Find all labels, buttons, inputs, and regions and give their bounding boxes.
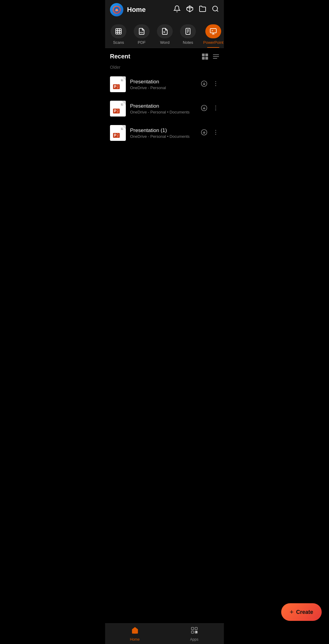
download-icon-1[interactable] [201, 80, 207, 89]
tab-word-label: Word [160, 40, 170, 45]
tab-bar: Scans PDF PDF W Word [105, 19, 224, 48]
tab-powerpoint-label: PowerPoint [203, 40, 223, 45]
svg-text:P: P [114, 133, 116, 138]
diamond-icon[interactable] [186, 5, 193, 14]
table-row[interactable]: P Presentation OneDrive - Personal • Doc… [105, 96, 224, 121]
tab-pdf-label: PDF [138, 40, 146, 45]
download-icon-2[interactable] [201, 105, 207, 113]
word-icon-bg: W [157, 24, 173, 38]
svg-point-29 [215, 83, 216, 84]
svg-point-1 [115, 9, 118, 11]
file-info-3: Presentation (1) OneDrive - Personal • D… [130, 127, 196, 139]
file-icon-3: P [110, 125, 126, 141]
svg-point-40 [215, 110, 216, 110]
logo-inner [113, 6, 121, 14]
page-title: Home [127, 6, 173, 14]
file-name-2: Presentation [130, 103, 196, 109]
tab-powerpoint[interactable]: P PowerPoint [200, 23, 224, 48]
ppt-file-icon-3: P [112, 127, 123, 138]
tab-notes[interactable]: Notes [177, 23, 199, 48]
svg-point-28 [215, 81, 216, 82]
svg-point-49 [215, 132, 216, 133]
file-actions-3 [201, 129, 219, 137]
file-actions-2 [201, 105, 219, 113]
svg-point-30 [215, 85, 216, 86]
notification-icon[interactable] [173, 5, 181, 14]
tab-notes-label: Notes [183, 40, 193, 45]
tab-scans[interactable]: Scans [108, 23, 129, 48]
pdf-icon-bg: PDF [134, 24, 150, 38]
svg-point-5 [213, 6, 218, 11]
ppt-file-icon-2: P [112, 103, 123, 114]
file-location-3: OneDrive - Personal • Documents [130, 134, 196, 139]
file-actions-1 [201, 80, 219, 89]
tab-word[interactable]: W Word [154, 23, 176, 48]
ppt-file-icon: P [112, 79, 123, 90]
file-icon-2: P [110, 101, 126, 117]
powerpoint-icon-bg: P [205, 24, 221, 38]
app-header: Home [105, 0, 224, 19]
more-options-icon-1[interactable] [212, 80, 219, 89]
recent-header: Recent [105, 48, 224, 62]
download-icon-3[interactable] [201, 129, 207, 137]
file-info-1: Presentation OneDrive - Personal [130, 79, 196, 90]
svg-point-48 [215, 130, 216, 131]
svg-text:P: P [114, 109, 116, 113]
table-row[interactable]: P Presentation OneDrive - Personal [105, 72, 224, 96]
older-section-label: Older [105, 62, 224, 72]
tab-pdf[interactable]: PDF PDF [131, 23, 153, 48]
svg-point-38 [215, 106, 216, 106]
more-options-icon-3[interactable] [212, 129, 219, 137]
scans-icon-bg [111, 24, 126, 38]
folder-icon[interactable] [199, 5, 206, 14]
svg-text:PDF: PDF [140, 32, 143, 33]
svg-point-39 [215, 107, 216, 108]
svg-text:P: P [212, 30, 213, 32]
svg-line-6 [217, 10, 218, 12]
list-view-icon[interactable] [213, 54, 219, 59]
file-name-3: Presentation (1) [130, 127, 196, 134]
more-options-icon-2[interactable] [212, 105, 219, 113]
view-toggle [202, 54, 219, 60]
file-info-2: Presentation OneDrive - Personal • Docum… [130, 103, 196, 114]
svg-text:W: W [163, 31, 165, 33]
file-location-1: OneDrive - Personal [130, 85, 196, 90]
file-location-2: OneDrive - Personal • Documents [130, 110, 196, 114]
tab-scans-label: Scans [113, 40, 124, 45]
header-icons [173, 5, 219, 14]
file-name-1: Presentation [130, 79, 196, 85]
notes-icon-bg [180, 24, 196, 38]
logo-svg [113, 6, 120, 13]
table-row[interactable]: P Presentation (1) OneDrive - Personal •… [105, 121, 224, 145]
svg-text:P: P [114, 85, 116, 89]
svg-point-50 [215, 134, 216, 135]
svg-rect-14 [210, 29, 216, 33]
svg-rect-7 [116, 29, 121, 34]
search-icon[interactable] [212, 5, 219, 14]
grid-view-icon[interactable] [202, 54, 208, 60]
main-content: Recent Older P [105, 48, 224, 169]
app-logo[interactable] [110, 3, 123, 16]
recent-title: Recent [110, 53, 202, 60]
file-icon-1: P [110, 76, 126, 92]
